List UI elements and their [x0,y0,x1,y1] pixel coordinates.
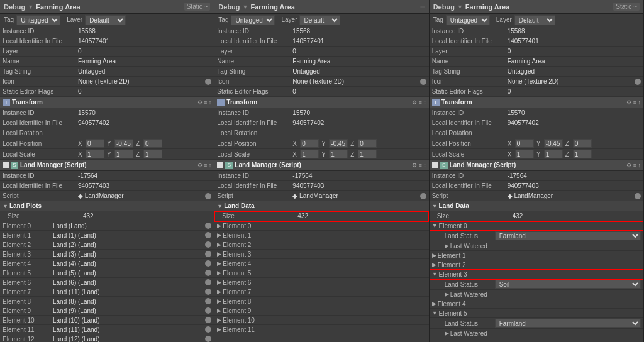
element-3-2: ▶ Element 3 [214,250,428,259]
element-4-3-header[interactable]: ▶ Element 4 [430,299,643,309]
elem-circle-4-1 [205,260,211,267]
script-local-id-2: Local Identifier In File 940577403 [214,181,428,191]
element-2-1: Element 2 Land (2) (Land) [0,240,214,250]
transform-section-3[interactable]: T Transform ⚙ ≡ ↕ [430,97,643,108]
field-local-id-1: Local Identifier In File 140577401 [0,36,214,47]
panel-2: Debug ▼ Farming Area Tag Untagged Layer … [214,0,429,342]
field-static-flags-2: Static Editor Flags 0 [214,87,428,97]
field-name-2: Name Farming Area [214,57,428,67]
transform-section-1[interactable]: T Transform ⚙ ≡ ↕ [0,97,214,108]
transform-icon-1: T [3,99,10,106]
script-checkbox-1[interactable]: ✓ [3,162,9,168]
land-plots-size-1: Size 432 [0,211,214,221]
scale-z-2[interactable] [358,150,377,158]
land-data-header-2[interactable]: ▼ Land Data [214,201,428,211]
element-11-2: ▶ Element 11 [214,325,428,334]
field-local-id-3: Local Identifier In File 140577401 [430,36,643,47]
scale-x-2[interactable] [300,150,319,158]
elem-circle-11-1 [205,326,211,333]
field-icon-3: Icon None (Texture 2D) [430,77,643,87]
pos-z-2[interactable] [358,139,377,148]
script-section-1[interactable]: ✓ S Land Manager (Script) ⚙ ≡ ↕ [0,160,214,171]
script-section-2[interactable]: ✓ S Land Manager (Script) ⚙ ≡ ↕ [214,160,428,171]
scale-y-2[interactable] [329,150,348,158]
tag-select-1[interactable]: Untagged [16,15,60,25]
element-5-3-header[interactable]: ▼ Element 5 [430,309,643,318]
elem-circle-3-1 [205,251,211,257]
field-local-id-2: Local Identifier In File 140577401 [214,36,428,47]
tag-select-2[interactable]: Untagged [231,15,275,25]
transform-instance-id-1: Instance ID 15570 [0,108,214,118]
element-0-last-watered-3[interactable]: ▶ Last Watered [430,241,643,251]
element-3-last-watered-3[interactable]: ▶ Last Watered [430,290,643,299]
transform-section-2[interactable]: T Transform ⚙ ≡ ↕ [214,97,428,108]
panel-1-header: Debug ▼ Farming Area Static ~ [0,0,214,14]
transform-rotation-3: Local Rotation [430,128,643,138]
field-instance-id-3: Instance ID 15568 [430,26,643,36]
element-4-1: Element 4 Land (4) (Land) [0,259,214,268]
land-plots-header-1[interactable]: ▼ Land Plots [0,201,214,211]
field-instance-id-2: Instance ID 15568 [214,26,428,36]
element-12-1: Element 12 Land (12) (Land) [0,334,214,342]
script-checkbox-2[interactable]: ✓ [217,162,223,168]
tag-layer-row-2: Tag Untagged Layer Default [214,14,428,26]
elem-circle-9-1 [205,307,211,314]
script-local-id-1: Local Identifier In File 940577403 [0,181,214,191]
element-0-3-header[interactable]: ▼ Element 0 [430,221,643,231]
element-5-last-watered-3[interactable]: ▶ Last Watered [430,329,643,338]
circle-icon-1 [205,79,211,85]
pos-z-3[interactable] [573,139,592,148]
transform-scale-1: Local Scale X Y Z [0,149,214,160]
land-data-header-3[interactable]: ▼ Land Data [430,201,643,211]
pos-x-1[interactable] [86,139,104,148]
tag-select-3[interactable]: Untagged [446,15,490,25]
field-layer-3: Layer 0 [430,47,643,57]
debug-label-1: Debug [4,3,25,11]
pos-y-2[interactable] [329,139,348,148]
element-3-3-header[interactable]: ▼ Element 3 [430,270,643,279]
element-8-2: ▶ Element 8 [214,297,428,306]
element-2-3-header[interactable]: ▶ Element 2 [430,260,643,270]
inspector-2: Instance ID 15568 Local Identifier In Fi… [214,26,428,342]
panel-title-1: Farming Area [36,3,80,11]
element-0-status-select-3[interactable]: Farmland [495,231,641,240]
element-1-1: Element 1 Land (1) (Land) [0,231,214,240]
elem-circle-0-1 [205,223,211,229]
pos-x-3[interactable] [515,139,534,148]
script-script-3: Script ◆ LandManager [430,191,643,201]
element-6-1: Element 6 Land (6) (Land) [0,278,214,287]
element-7-2: ▶ Element 7 [214,287,428,297]
scale-x-3[interactable] [515,150,534,158]
panel-3-header: Debug ▼ Farming Area Static ~ [430,0,643,14]
script-instance-id-1: Instance ID -17564 [0,171,214,181]
element-5-status-3: Land Status Farmland [430,318,643,329]
pos-y-1[interactable] [114,139,133,148]
scale-y-3[interactable] [544,150,563,158]
element-5-status-select-3[interactable]: Farmland [495,319,641,328]
field-tagstring-2: Tag String Untagged [214,67,428,77]
panel-2-header: Debug ▼ Farming Area [214,0,428,14]
scale-x-1[interactable] [86,150,104,158]
element-6-2: ▶ Element 6 [214,278,428,287]
elem-circle-2-1 [205,241,211,248]
elem-circle-10-1 [205,317,211,323]
element-4-2: ▶ Element 4 [214,259,428,268]
layer-select-1[interactable]: Default [85,15,126,25]
panel-title-2: Farming Area [250,3,295,11]
element-1-3-header[interactable]: ▶ Element 1 [430,251,643,260]
pos-y-3[interactable] [544,139,563,148]
layer-select-2[interactable]: Default [299,15,340,25]
scale-z-3[interactable] [573,150,592,158]
script-checkbox-3[interactable]: ✓ [432,162,438,168]
circle-icon-3 [635,79,641,85]
layer-select-3[interactable]: Default [514,15,555,25]
element-3-status-select-3[interactable]: Soil [495,280,641,289]
elem-circle-12-1 [205,336,211,342]
pos-x-2[interactable] [300,139,319,148]
transform-scale-2: Local Scale X Y Z [214,149,428,160]
scale-z-1[interactable] [143,150,162,158]
pos-z-1[interactable] [143,139,162,148]
scale-y-1[interactable] [114,150,133,158]
script-section-3[interactable]: ✓ S Land Manager (Script) ⚙ ≡ ↕ [430,160,643,171]
script-script-1: Script ◆ LandManager [0,191,214,201]
